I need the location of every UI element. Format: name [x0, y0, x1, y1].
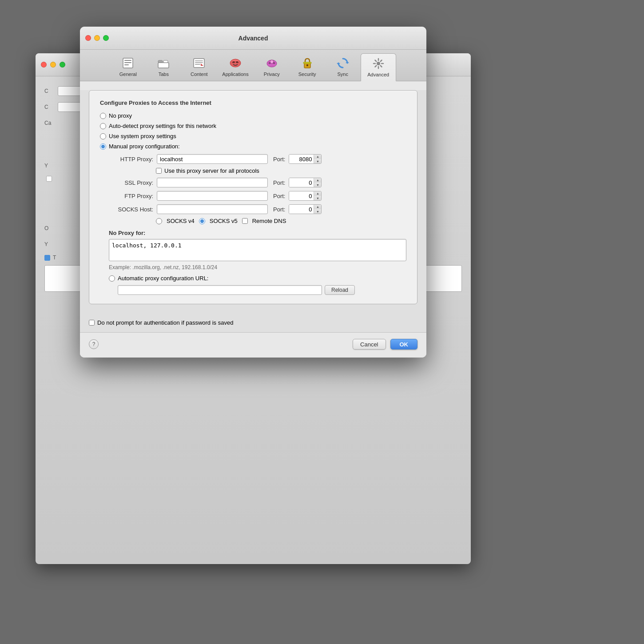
tab-sync[interactable]: Sync: [325, 53, 361, 81]
radio-auto-detect-label: Auto-detect proxy settings for this netw…: [109, 123, 216, 129]
privacy-icon: [265, 56, 279, 70]
socks-host-input[interactable]: [157, 204, 268, 214]
ftp-port-wrap: ▲ ▼: [289, 191, 322, 201]
ftp-port-input[interactable]: [289, 191, 314, 201]
ssl-port-label: Port:: [273, 179, 285, 186]
reload-button[interactable]: Reload: [325, 285, 355, 295]
example-text: Example: .mozilla.org, .net.nz, 192.168.…: [109, 264, 406, 270]
svg-rect-6: [163, 60, 168, 63]
ftp-port-up[interactable]: ▲: [314, 191, 321, 196]
help-button[interactable]: ?: [89, 339, 99, 349]
tab-content[interactable]: Content: [181, 53, 217, 81]
tab-applications-label: Applications: [222, 72, 248, 77]
proxy-fields: HTTP Proxy: Port: ▲ ▼ Use this proxy ser…: [109, 154, 406, 224]
http-port-up[interactable]: ▲: [314, 154, 321, 159]
socks-port-down[interactable]: ▼: [314, 209, 321, 214]
ftp-port-down[interactable]: ▼: [314, 196, 321, 201]
tab-privacy[interactable]: Privacy: [254, 53, 290, 81]
main-window: Advanced General Tabs: [80, 27, 426, 358]
http-port-down[interactable]: ▼: [314, 159, 321, 164]
radio-no-proxy-input[interactable]: [100, 113, 106, 119]
socks-port-input[interactable]: [289, 204, 314, 214]
http-port-input[interactable]: [289, 154, 314, 164]
ssl-port-input[interactable]: [289, 178, 314, 187]
proxy-dialog: Configure Proxies to Access the Internet…: [89, 90, 417, 304]
use-for-all-row: Use this proxy server for all protocols: [156, 167, 406, 174]
socks-port-wrap: ▲ ▼: [289, 204, 322, 214]
tab-privacy-label: Privacy: [264, 72, 280, 77]
close-button[interactable]: [85, 35, 91, 41]
svg-point-17: [273, 62, 275, 64]
tab-general[interactable]: General: [110, 53, 146, 81]
radio-manual: Manual proxy configuration:: [100, 143, 406, 150]
svg-rect-2: [124, 62, 131, 63]
bottom-section: Do not prompt for authentication if pass…: [80, 313, 426, 332]
http-port-stepper: ▲ ▼: [314, 154, 321, 164]
ssl-port-down[interactable]: ▼: [314, 183, 321, 187]
general-icon: [121, 56, 135, 70]
bg-max-btn[interactable]: [60, 62, 65, 68]
cancel-button[interactable]: Cancel: [353, 339, 386, 350]
socks-host-label: SOCKS Host:: [109, 206, 153, 213]
svg-point-12: [232, 61, 235, 63]
auto-config-input[interactable]: [118, 285, 322, 295]
tab-general-label: General: [119, 72, 137, 77]
http-proxy-input[interactable]: [157, 154, 268, 164]
svg-line-28: [375, 60, 376, 62]
svg-point-23: [377, 62, 380, 65]
ssl-proxy-input[interactable]: [157, 178, 268, 187]
svg-point-13: [236, 61, 239, 63]
radio-auto-detect: Auto-detect proxy settings for this netw…: [100, 123, 406, 129]
http-proxy-row: HTTP Proxy: Port: ▲ ▼: [109, 154, 406, 164]
auth-checkbox[interactable]: [89, 320, 95, 326]
content-area: Configure Proxies to Access the Internet…: [80, 90, 426, 358]
tabs-icon: [156, 56, 171, 70]
auto-config-radio[interactable]: [109, 275, 115, 282]
no-proxy-textarea[interactable]: localhost, 127.0.0.1: [109, 239, 406, 261]
bg-close-btn[interactable]: [41, 62, 47, 68]
http-port-label: Port:: [273, 156, 285, 163]
auth-checkbox-row: Do not prompt for authentication if pass…: [89, 319, 417, 326]
tab-applications[interactable]: Applications: [217, 53, 254, 81]
ssl-port-up[interactable]: ▲: [314, 178, 321, 183]
socks-v4-radio[interactable]: [156, 218, 162, 224]
socks-port-up[interactable]: ▲: [314, 204, 321, 209]
minimize-button[interactable]: [94, 35, 100, 41]
dialog-title: Configure Proxies to Access the Internet: [100, 99, 406, 106]
svg-rect-20: [303, 62, 311, 64]
radio-system-proxy-label: Use system proxy settings: [109, 133, 176, 139]
radio-auto-detect-input[interactable]: [100, 123, 106, 129]
window-title: Advanced: [239, 35, 268, 42]
ssl-port-stepper: ▲ ▼: [314, 178, 321, 187]
svg-line-29: [380, 66, 382, 67]
svg-line-30: [380, 60, 382, 62]
use-for-all-checkbox[interactable]: [156, 168, 162, 174]
bg-min-btn[interactable]: [50, 62, 56, 68]
socks-v5-radio[interactable]: [199, 218, 205, 224]
svg-point-16: [268, 62, 270, 64]
no-proxy-section: No Proxy for: localhost, 127.0.0.1 Examp…: [109, 230, 406, 295]
remote-dns-label: Remote DNS: [252, 218, 286, 224]
maximize-button[interactable]: [103, 35, 109, 41]
ftp-proxy-input[interactable]: [157, 191, 268, 201]
http-proxy-label: HTTP Proxy:: [109, 156, 153, 163]
svg-rect-5: [158, 63, 169, 68]
tab-tabs[interactable]: Tabs: [146, 53, 181, 81]
radio-system-proxy: Use system proxy settings: [100, 133, 406, 139]
tab-sync-label: Sync: [337, 72, 348, 77]
window-controls: [85, 35, 109, 41]
tab-security[interactable]: Security: [290, 53, 325, 81]
titlebar: Advanced: [80, 27, 426, 50]
ftp-port-label: Port:: [273, 193, 285, 199]
tab-content-label: Content: [191, 72, 208, 77]
radio-manual-input[interactable]: [100, 143, 106, 150]
tab-advanced[interactable]: Advanced: [361, 53, 396, 81]
radio-system-proxy-input[interactable]: [100, 133, 106, 139]
socks-v4-label: SOCKS v4: [167, 218, 195, 224]
ok-button[interactable]: OK: [390, 339, 418, 350]
button-row: ? Cancel OK: [80, 332, 426, 358]
ssl-proxy-row: SSL Proxy: Port: ▲ ▼: [109, 178, 406, 187]
remote-dns-checkbox[interactable]: [242, 218, 248, 224]
tab-security-label: Security: [298, 72, 316, 77]
ssl-port-wrap: ▲ ▼: [289, 178, 322, 187]
